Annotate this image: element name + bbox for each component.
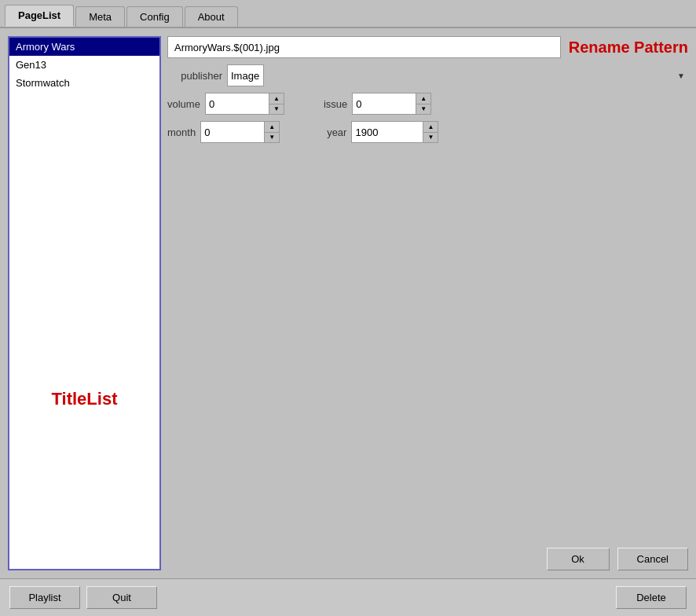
bottom-toolbar: Playlist Quit Delete — [0, 578, 696, 616]
publisher-select-wrapper: Image ▼ — [227, 64, 688, 86]
bottom-left-buttons: Playlist Quit — [9, 586, 157, 609]
month-spin-down[interactable]: ▼ — [265, 133, 279, 143]
issue-group: issue ▲ ▼ — [324, 93, 431, 115]
playlist-button[interactable]: Playlist — [9, 586, 80, 609]
year-input[interactable] — [352, 122, 423, 142]
month-year-row: month ▲ ▼ year ▲ — [167, 121, 688, 143]
volume-spin-down[interactable]: ▼ — [269, 104, 284, 115]
volume-group: volume ▲ ▼ — [167, 93, 284, 115]
issue-input[interactable] — [353, 94, 416, 114]
issue-spinbox: ▲ ▼ — [352, 93, 431, 115]
cancel-button[interactable]: Cancel — [617, 548, 688, 570]
year-label: year — [327, 126, 346, 138]
issue-spin-buttons: ▲ ▼ — [416, 94, 430, 114]
delete-button[interactable]: Delete — [616, 586, 687, 609]
rename-row: Rename Pattern — [167, 36, 688, 58]
publisher-label: publisher — [167, 70, 222, 82]
tab-config[interactable]: Config — [126, 6, 183, 27]
select-arrow-icon: ▼ — [677, 72, 685, 80]
tab-bar: PageList Meta Config About — [0, 0, 696, 28]
quit-button[interactable]: Quit — [86, 586, 157, 609]
rename-label: Rename Pattern — [569, 38, 688, 57]
month-spinbox: ▲ ▼ — [200, 121, 280, 143]
content-area: Armory Wars Gen13 Stormwatch TitleList R… — [0, 28, 696, 578]
month-spin-buttons: ▲ ▼ — [264, 122, 279, 142]
rename-input[interactable] — [167, 36, 561, 58]
publisher-select[interactable]: Image — [227, 64, 264, 86]
year-spin-up[interactable]: ▲ — [423, 122, 438, 133]
ok-button[interactable]: Ok — [547, 548, 610, 570]
issue-spin-down[interactable]: ▼ — [416, 104, 430, 115]
volume-spinbox: ▲ ▼ — [205, 93, 284, 115]
volume-label: volume — [167, 98, 200, 110]
month-group: month ▲ ▼ — [167, 121, 280, 143]
spacer — [167, 149, 688, 534]
volume-issue-row: volume ▲ ▼ issue ▲ — [167, 93, 688, 115]
month-spin-up[interactable]: ▲ — [265, 122, 279, 133]
tab-pagelist[interactable]: PageList — [5, 5, 74, 27]
year-group: year ▲ ▼ — [327, 121, 438, 143]
issue-spin-up[interactable]: ▲ — [416, 94, 430, 104]
month-input[interactable] — [201, 122, 264, 142]
right-panel: Rename Pattern publisher Image ▼ volume — [167, 36, 688, 570]
publisher-row: publisher Image ▼ — [167, 64, 688, 86]
issue-label: issue — [324, 98, 347, 110]
year-spin-buttons: ▲ ▼ — [423, 122, 438, 142]
volume-input[interactable] — [206, 94, 269, 114]
title-item-stormwatch[interactable]: Stormwatch — [9, 74, 159, 92]
month-label: month — [167, 126, 196, 138]
ok-cancel-row: Ok Cancel — [167, 540, 688, 570]
title-item-gen13[interactable]: Gen13 — [9, 56, 159, 74]
tab-meta[interactable]: Meta — [75, 6, 125, 27]
title-list[interactable]: Armory Wars Gen13 Stormwatch — [9, 38, 159, 569]
volume-spin-up[interactable]: ▲ — [269, 94, 284, 104]
left-panel: Armory Wars Gen13 Stormwatch TitleList — [8, 36, 161, 570]
tab-about[interactable]: About — [185, 6, 238, 27]
year-spin-down[interactable]: ▼ — [423, 133, 438, 143]
main-window: PageList Meta Config About Armory Wars G… — [0, 0, 696, 616]
volume-spin-buttons: ▲ ▼ — [269, 94, 284, 114]
title-item-armory-wars[interactable]: Armory Wars — [9, 38, 159, 56]
year-spinbox: ▲ ▼ — [351, 121, 438, 143]
